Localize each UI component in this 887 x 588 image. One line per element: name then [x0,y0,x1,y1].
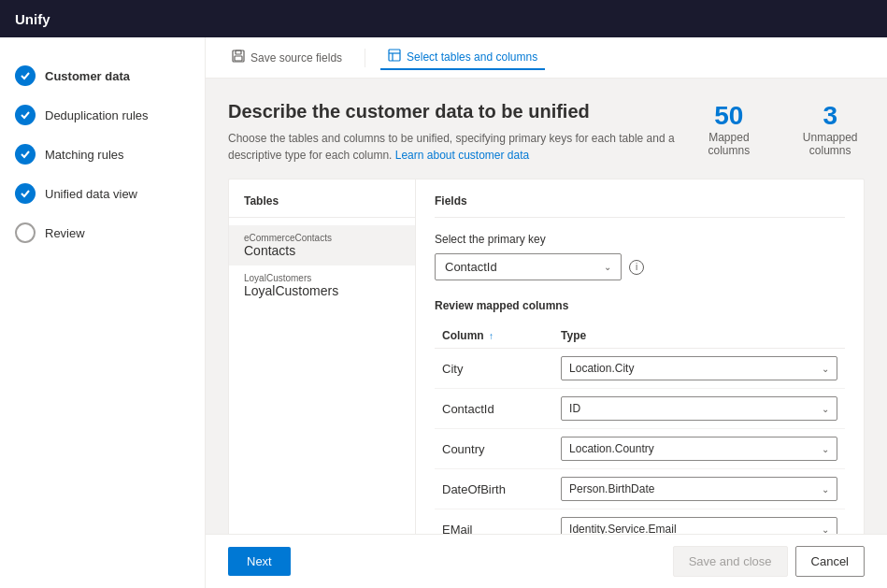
column-header: Column ↑ [435,323,553,349]
review-section-label: Review mapped columns [435,299,845,312]
table-sub-loyal: LoyalCustomers [244,273,400,283]
page-title: Describe the customer data to be unified [228,101,699,122]
primary-key-row: ContactId ⌄ i [435,253,845,280]
select-tables-label: Select tables and columns [407,50,537,64]
column-name-cell: Country [435,429,553,469]
app-header: Unify [0,0,887,37]
save-close-button: Save and close [673,546,788,577]
next-button[interactable]: Next [228,547,291,576]
save-source-fields-button[interactable]: Save source fields [224,46,350,69]
footer-left: Next [228,547,291,576]
fields-panel-header: Fields [435,194,845,218]
chevron-down-icon: ⌄ [604,262,611,272]
page-content: Describe the customer data to be unified… [206,79,887,534]
page-header: Describe the customer data to be unified… [228,101,699,164]
chevron-down-icon: ⌄ [822,524,829,535]
step-circle-5 [15,222,36,243]
type-dropdown-3[interactable]: Person.BirthDate ⌄ [561,477,837,501]
type-dropdown-2[interactable]: Location.Country ⌄ [561,437,837,461]
primary-key-value: ContactId [445,260,497,274]
type-value: ID [569,402,580,415]
type-dropdown-1[interactable]: ID ⌄ [561,396,837,421]
column-name-cell: ContactId [435,389,553,429]
chevron-down-icon: ⌄ [822,364,829,374]
tables-panel-header: Tables [229,194,415,218]
page-header-row: Describe the customer data to be unified… [228,101,865,179]
sidebar-item-customer-data[interactable]: Customer data [0,56,205,95]
type-dropdown-0[interactable]: Location.City ⌄ [561,356,837,380]
primary-key-dropdown[interactable]: ContactId ⌄ [435,253,622,280]
footer-right: Save and close Cancel [673,546,865,577]
column-name-cell: City [435,349,553,389]
info-icon[interactable]: i [629,260,644,275]
sidebar-item-review[interactable]: Review [0,213,205,252]
type-value: Location.Country [569,442,654,455]
step-circle-4 [15,183,36,204]
page-description: Choose the tables and columns to be unif… [228,130,699,164]
step-circle-1 [15,65,36,86]
table-row: ContactId ID ⌄ [435,389,845,429]
chevron-down-icon: ⌄ [822,404,829,414]
type-cell: Person.BirthDate ⌄ [553,469,845,509]
tables-panel: Tables eCommerceContacts Contacts LoyalC… [229,179,416,534]
chevron-down-icon: ⌄ [822,444,829,454]
app-title: Unify [15,11,50,27]
table-item-loyal-customers[interactable]: LoyalCustomers LoyalCustomers [229,265,415,306]
type-cell: Location.City ⌄ [553,349,845,389]
top-toolbar: Save source fields Select tables and col… [206,37,887,79]
unmapped-label: Unmapped columns [795,131,865,157]
svg-rect-1 [236,50,241,54]
table-row: Country Location.Country ⌄ [435,429,845,469]
step-circle-2 [15,105,36,125]
sort-icon[interactable]: ↑ [489,331,494,341]
table-item-contacts[interactable]: eCommerceContacts Contacts [229,225,415,265]
mapped-stat: 50 Mapped columns [699,101,758,157]
type-value: Identity.Service.Email [569,523,677,534]
unmapped-stat: 3 Unmapped columns [795,101,865,157]
table-row: DateOfBirth Person.BirthDate ⌄ [435,469,845,509]
column-name-cell: EMail [435,509,553,535]
mapped-count: 50 [699,101,758,131]
columns-table: Column ↑ Type City Location.City ⌄ [435,323,845,534]
sidebar-label-deduplication: Deduplication rules [45,108,149,122]
table-name-contacts: Contacts [244,243,400,258]
svg-rect-2 [235,56,242,61]
table-row: City Location.City ⌄ [435,349,845,389]
toolbar-separator [365,49,365,67]
type-cell: ID ⌄ [553,389,845,429]
primary-key-section: Select the primary key ContactId ⌄ i [435,233,845,280]
primary-key-label: Select the primary key [435,233,845,246]
fields-panel: Fields Select the primary key ContactId … [416,179,864,534]
type-value: Location.City [569,362,634,375]
table-row: EMail Identity.Service.Email ⌄ [435,509,845,535]
type-dropdown-4[interactable]: Identity.Service.Email ⌄ [561,517,837,534]
learn-link[interactable]: Learn about customer data [395,149,529,162]
save-fields-label: Save source fields [250,51,342,65]
sidebar-item-deduplication-rules[interactable]: Deduplication rules [0,95,205,135]
select-tables-button[interactable]: Select tables and columns [380,45,545,70]
table-sub-ecommerce: eCommerceContacts [244,233,400,243]
two-col-layout: Tables eCommerceContacts Contacts LoyalC… [228,179,865,534]
mapped-label: Mapped columns [699,131,758,157]
sidebar-label-customer-data: Customer data [45,69,130,83]
type-cell: Identity.Service.Email ⌄ [553,509,845,535]
sidebar: Customer data Deduplication rules Matchi… [0,37,206,588]
page-footer: Next Save and close Cancel [206,534,887,588]
content-area: Save source fields Select tables and col… [206,37,887,588]
sidebar-item-matching-rules[interactable]: Matching rules [0,135,205,174]
sidebar-item-unified-data-view[interactable]: Unified data view [0,174,205,213]
column-name-cell: DateOfBirth [435,469,553,509]
chevron-down-icon: ⌄ [822,484,829,495]
type-value: Person.BirthDate [569,482,654,495]
cancel-button[interactable]: Cancel [795,546,865,577]
type-header: Type [553,323,845,349]
unmapped-count: 3 [795,101,865,131]
svg-rect-3 [389,50,400,61]
table-icon [388,49,401,65]
table-name-loyal: LoyalCustomers [244,283,400,298]
type-cell: Location.Country ⌄ [553,429,845,469]
header-stats: 50 Mapped columns 3 Unmapped columns [699,101,865,157]
sidebar-label-review: Review [45,226,85,240]
step-circle-3 [15,144,36,165]
sidebar-label-matching: Matching rules [45,148,124,162]
